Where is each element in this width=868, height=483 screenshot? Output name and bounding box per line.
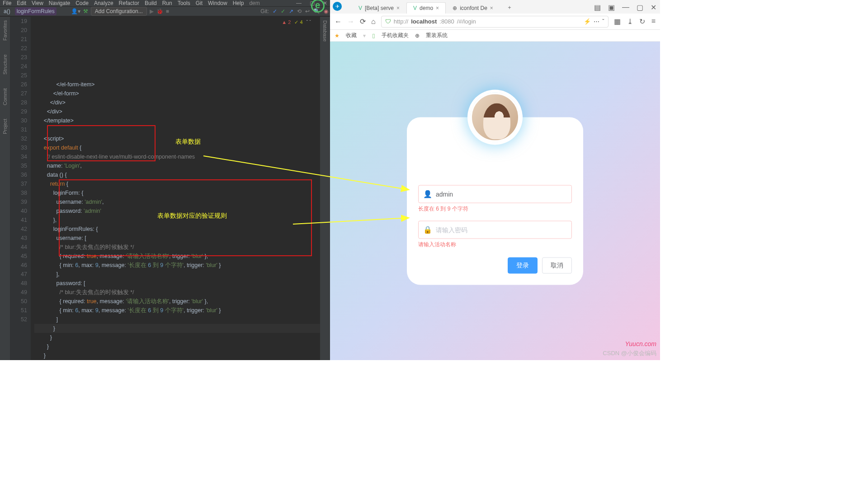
reload-icon[interactable]: ⟳ (360, 17, 366, 26)
browser-tab-demo[interactable]: Vdemo× (406, 2, 446, 14)
git-history-icon[interactable]: ⟲ (297, 8, 302, 14)
menu-icon[interactable]: ≡ (651, 17, 656, 26)
breadcrumb-fn[interactable]: a() (2, 7, 12, 15)
cancel-button[interactable]: 取消 (542, 257, 572, 273)
minimize-icon[interactable]: — (622, 3, 629, 12)
line-gutter: 1920212223242526272829303132333435363738… (10, 17, 31, 360)
refresh-icon[interactable]: ↻ (639, 17, 645, 26)
back-icon[interactable]: ← (335, 18, 342, 26)
sidetab-commit[interactable]: Commit (2, 88, 8, 105)
menu-edit[interactable]: Edit (17, 0, 26, 6)
left-tool-tabs[interactable]: Project Commit Structure Favorites (0, 17, 10, 360)
csdn-credit: CSDN @小俊会编码 (603, 349, 656, 357)
button-row: 登录 取消 (418, 257, 572, 273)
bookmark-mobile[interactable]: 手机收藏夹 (382, 32, 409, 39)
sidetab-project[interactable]: Project (2, 119, 8, 134)
close-tab-icon[interactable]: × (490, 5, 493, 11)
ide-menubar: File Edit View Navigate Code Analyze Ref… (0, 0, 330, 7)
bookmark-fav[interactable]: 收藏 (346, 32, 357, 39)
editor-area: Project Commit Structure Favorites 19202… (0, 17, 330, 360)
run-icon[interactable]: ▶ (150, 8, 154, 14)
window-box-icon[interactable]: ▣ (608, 3, 615, 12)
right-tool-tabs[interactable]: Database (320, 17, 330, 360)
hammer-icon[interactable]: ⚒ (83, 8, 88, 14)
menu-run[interactable]: Run (162, 0, 172, 6)
minimize-icon[interactable]: — (296, 0, 302, 6)
page-content: 👤 长度在 6 到 9 个字符 🔒 请输入活动名称 登录 取消 Yuucn.co… (330, 42, 660, 360)
globe-icon: ⊕ (415, 33, 420, 39)
browser-tabbar: ✈ V[Beta] serve× Vdemo× ⊕iconfont De× ＋ … (330, 0, 660, 14)
menu-build[interactable]: Build (145, 0, 157, 6)
menu-view[interactable]: View (32, 0, 43, 6)
menu-tools[interactable]: Tools (178, 0, 190, 6)
close-tab-icon[interactable]: × (436, 5, 439, 11)
menu-navigate[interactable]: Navigate (49, 0, 70, 6)
home-icon[interactable]: ⌂ (371, 18, 376, 26)
ide-window: File Edit View Navigate Code Analyze Ref… (0, 0, 330, 360)
menu-help[interactable]: Help (233, 0, 244, 6)
bookmarks-bar: ★收藏 ▾ ▯手机收藏夹 ⊕重装系统 (330, 30, 660, 42)
menu-analyze[interactable]: Analyze (94, 0, 113, 6)
menu-window[interactable]: Window (208, 0, 227, 6)
url-scheme: http:// (394, 18, 409, 25)
avatar (470, 92, 520, 142)
star-icon[interactable]: ★ (335, 33, 340, 39)
menu-git[interactable]: Git (196, 0, 203, 6)
telegram-icon[interactable]: ✈ (333, 2, 342, 11)
login-button[interactable]: 登录 (508, 257, 538, 273)
debug-icon[interactable]: 🐞 (156, 8, 163, 14)
360-logo-icon[interactable] (311, 0, 325, 13)
url-port: :8080 (439, 18, 454, 25)
more-icon[interactable]: ⋯ (594, 18, 599, 25)
login-card: 👤 长度在 6 到 9 个字符 🔒 请输入活动名称 登录 取消 (407, 117, 583, 285)
forward-icon[interactable]: → (347, 18, 354, 26)
maximize-icon[interactable]: ▢ (637, 3, 643, 12)
add-configuration-button[interactable]: Add Configuration... (91, 7, 147, 16)
git-update-icon[interactable]: ✓ (273, 8, 277, 14)
username-error: 长度在 6 到 9 个字符 (418, 205, 572, 212)
address-input[interactable]: 🛡 http://localhost:8080/#/login ⚡ ⋯ ˇ (381, 16, 609, 28)
new-tab-button[interactable]: ＋ (500, 1, 519, 14)
git-label: Git: (260, 8, 269, 14)
username-field[interactable]: 👤 (418, 185, 572, 203)
git-rollback-icon[interactable]: ↩ (305, 8, 310, 14)
mobile-icon: ▯ (372, 33, 375, 39)
bookmark-sys[interactable]: 重装系统 (426, 32, 448, 39)
account-icon[interactable]: ▤ (594, 3, 601, 12)
username-input[interactable] (436, 190, 567, 197)
close-tab-icon[interactable]: × (396, 5, 400, 11)
menu-file[interactable]: File (3, 0, 11, 6)
ide-toolbar: a() loginFormRules 👤▾ ⚒ Add Configuratio… (0, 7, 330, 16)
shield-icon: 🛡 (385, 18, 391, 25)
code-editor[interactable]: 1920212223242526272829303132333435363738… (10, 17, 320, 360)
lightning-icon[interactable]: ⚡ (584, 18, 591, 25)
password-input[interactable] (436, 226, 567, 233)
sidetab-structure[interactable]: Structure (2, 54, 8, 75)
user-icon: 👤 (423, 190, 432, 198)
chevron-down-icon[interactable]: ˇ (602, 18, 604, 25)
git-push-icon[interactable]: ↗ (289, 8, 293, 14)
browser-window: ✈ V[Beta] serve× Vdemo× ⊕iconfont De× ＋ … (330, 0, 660, 360)
sidetab-database[interactable]: Database (322, 20, 328, 42)
browser-tab-iconfont[interactable]: ⊕iconfont De× (446, 2, 500, 14)
browser-tab-serve[interactable]: V[Beta] serve× (352, 2, 406, 14)
sidetab-favorites[interactable]: Favorites (2, 20, 8, 41)
stop-icon[interactable]: ■ (166, 8, 169, 14)
code-content[interactable]: ▲ 2 ✓ 4 ˆ ˇ 表单数据 表单数据对应的验证规则 </el-form-i… (31, 17, 320, 360)
inspection-status: ▲ 2 ✓ 4 ˆ ˇ (282, 18, 311, 27)
grid-icon[interactable]: ▦ (614, 17, 621, 26)
close-icon[interactable]: ✕ (651, 3, 656, 12)
password-field[interactable]: 🔒 (418, 220, 572, 239)
lock-icon: 🔒 (423, 225, 432, 234)
user-icon[interactable]: 👤▾ (71, 8, 80, 14)
menu-refactor[interactable]: Refactor (119, 0, 139, 6)
menu-code[interactable]: Code (75, 0, 89, 6)
breadcrumb-rules[interactable]: loginFormRules (15, 7, 57, 15)
globe-icon: ⊕ (453, 5, 457, 11)
url-host: localhost (411, 18, 437, 25)
git-commit-icon[interactable]: ✓ (281, 8, 285, 14)
password-error: 请输入活动名称 (418, 240, 572, 248)
browser-addressbar: ← → ⟳ ⌂ 🛡 http://localhost:8080/#/login … (330, 14, 660, 30)
download-icon[interactable]: ⤓ (627, 17, 633, 26)
project-title: dem (249, 0, 259, 6)
